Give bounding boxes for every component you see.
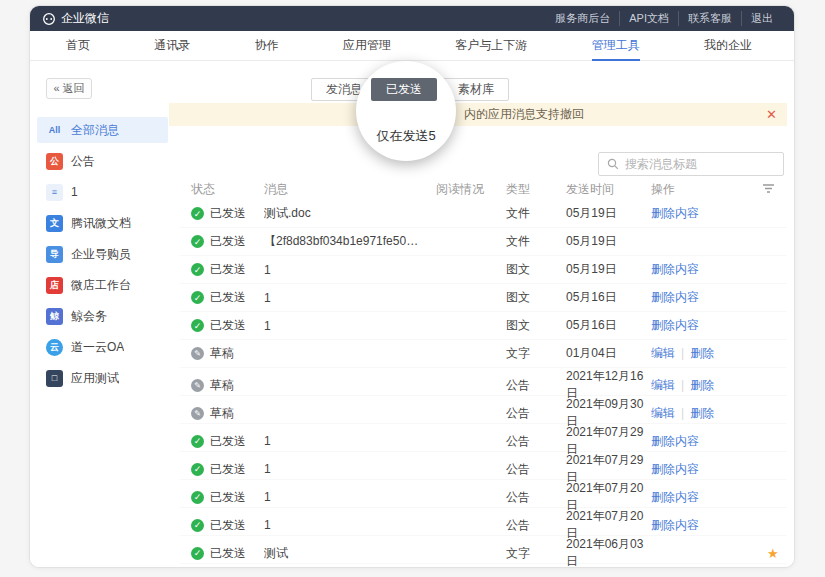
nav-item[interactable]: 客户与上下游 (455, 31, 527, 61)
message-cell: 1 (264, 319, 436, 333)
action-link[interactable]: 删除内容 (651, 434, 699, 448)
sidebar-item-label: 道一云OA (71, 339, 124, 356)
action-link[interactable]: 编辑 (651, 406, 675, 420)
sidebar-item[interactable]: □ 应用测试 (37, 365, 168, 391)
message-cell: 1 (264, 291, 436, 305)
message-cell: 1 (264, 490, 436, 504)
topbar-link[interactable]: 服务商后台 (546, 11, 619, 26)
sidebar-item[interactable]: 公 公告 (37, 148, 168, 174)
notice-text: 内的应用消息支持撤回 (464, 106, 584, 123)
status-text: 草稿 (210, 377, 234, 394)
status-text: 已发送 (210, 205, 246, 222)
action-link[interactable]: 编辑 (651, 378, 675, 392)
tab-sent[interactable]: 已发送 (371, 78, 437, 101)
tencent-docs-icon: 文 (46, 215, 63, 232)
sidebar-item[interactable]: ≡ 1 (37, 179, 168, 205)
nav-item[interactable]: 通讯录 (154, 31, 190, 61)
action-link[interactable]: 删除内容 (651, 318, 699, 332)
sidebar-item[interactable]: 文 腾讯微文档 (37, 210, 168, 236)
actions-cell: 删除内容 (651, 433, 767, 450)
back-button[interactable]: « 返回 (46, 78, 92, 99)
draft-icon (191, 379, 204, 392)
action-link[interactable]: 删除内容 (651, 262, 699, 276)
header-message: 消息 (264, 181, 436, 198)
action-link[interactable]: 删除 (690, 346, 714, 360)
header-type: 类型 (506, 181, 566, 198)
table-body: 已发送 测试.doc 文件 05月19日 删除内容 ★ (180, 200, 787, 564)
sidebar-item[interactable]: 店 微店工作台 (37, 272, 168, 298)
type-cell: 公告 (506, 461, 566, 478)
cloud-oa-icon: 云 (46, 339, 63, 356)
sent-check-icon (191, 207, 204, 220)
topbar-link[interactable]: API文档 (619, 11, 678, 26)
spotlight-circle (356, 61, 456, 161)
send-time-cell: 05月19日 (566, 233, 651, 250)
actions-cell: 删除内容 (651, 461, 767, 478)
search-input[interactable] (625, 157, 775, 171)
table-row: 已发送 1 图文 05月19日 删除内容 ★ (180, 256, 787, 284)
action-link[interactable]: 删除内容 (651, 206, 699, 220)
type-cell: 文件 (506, 233, 566, 250)
action-link[interactable]: 删除 (690, 378, 714, 392)
table-row: 已发送 1 图文 05月16日 删除内容 ★ (180, 312, 787, 340)
status-cell: 已发送 (191, 461, 264, 478)
sent-check-icon (191, 435, 204, 448)
action-link[interactable]: 删除内容 (651, 462, 699, 476)
star-icon[interactable]: ★ (767, 546, 779, 561)
status-cell: 已发送 (191, 433, 264, 450)
status-text: 草稿 (210, 345, 234, 362)
status-text: 已发送 (210, 261, 246, 278)
nav-item[interactable]: 管理工具 (592, 31, 640, 61)
status-cell: 已发送 (191, 261, 264, 278)
sidebar-item[interactable]: All 全部消息 (37, 117, 168, 143)
sidebar-item-label: 1 (71, 185, 78, 199)
nav-item[interactable]: 应用管理 (343, 31, 391, 61)
app-window: 企业微信 服务商后台 API文档 联系客服 退出 首页 通讯录 协作 应用管理 … (29, 5, 795, 568)
status-text: 已发送 (210, 289, 246, 306)
sidebar-item[interactable]: 鲸 鲸会务 (37, 303, 168, 329)
action-link[interactable]: 删除内容 (651, 518, 699, 532)
message-cell: 测试.doc (264, 205, 436, 222)
type-cell: 图文 (506, 261, 566, 278)
topbar-link[interactable]: 联系客服 (678, 11, 741, 26)
status-text: 已发送 (210, 233, 246, 250)
table-row: 已发送 测试 文字 2021年06月03日 ★ (180, 536, 787, 564)
type-cell: 文字 (506, 545, 566, 562)
status-text: 已发送 (210, 545, 246, 562)
type-cell: 公告 (506, 517, 566, 534)
nav-item[interactable]: 我的企业 (704, 31, 752, 61)
sent-check-icon (191, 235, 204, 248)
app-test-icon: □ (46, 370, 63, 387)
action-separator: | (681, 346, 684, 360)
action-link[interactable]: 删除内容 (651, 490, 699, 504)
search-icon (607, 158, 619, 170)
table-row: 已发送 1 公告 2021年07月29日 删除内容 ★ (180, 424, 787, 452)
message-cell: 测试 (264, 545, 436, 562)
topbar-link[interactable]: 退出 (741, 11, 782, 26)
actions-cell: 编辑|删除 (651, 345, 767, 362)
actions-cell: 删除内容 (651, 317, 767, 334)
nav-item[interactable]: 首页 (66, 31, 90, 61)
type-cell: 文件 (506, 205, 566, 222)
status-cell: 已发送 (191, 289, 264, 306)
action-link[interactable]: 编辑 (651, 346, 675, 360)
sidebar-item[interactable]: 导 企业导购员 (37, 241, 168, 267)
action-link[interactable]: 删除 (690, 406, 714, 420)
action-separator: | (681, 378, 684, 392)
status-text: 已发送 (210, 433, 246, 450)
close-icon[interactable]: ✕ (766, 108, 777, 121)
sidebar-item-label: 鲸会务 (71, 308, 107, 325)
table-header: 状态 消息 阅读情况 类型 发送时间 操作 (180, 178, 787, 200)
sidebar-item[interactable]: 云 道一云OA (37, 334, 168, 360)
status-cell: 草稿 (191, 405, 264, 422)
nav-item[interactable]: 协作 (255, 31, 279, 61)
action-link[interactable]: 删除内容 (651, 290, 699, 304)
filter-icon[interactable] (762, 183, 775, 197)
type-cell: 文字 (506, 345, 566, 362)
sent-check-icon (191, 291, 204, 304)
type-cell: 图文 (506, 317, 566, 334)
table-row: 已发送 1 公告 2021年07月20日 删除内容 ★ (180, 508, 787, 536)
shopping-guide-icon: 导 (46, 246, 63, 263)
sidebar-item-label: 企业导购员 (71, 246, 131, 263)
announcement-icon: 公 (46, 153, 63, 170)
